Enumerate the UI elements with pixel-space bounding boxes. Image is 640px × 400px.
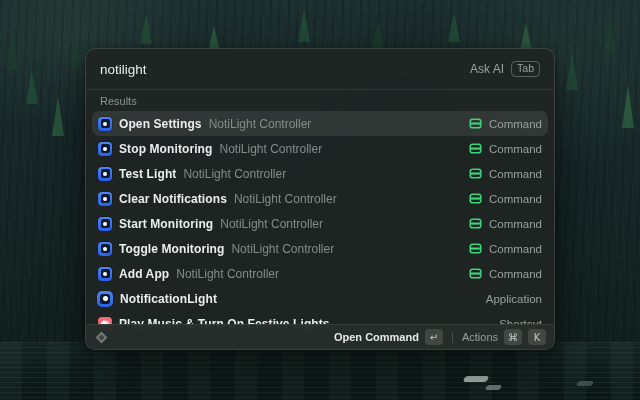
result-row-clear-notifications[interactable]: Clear Notifications NotiLight Controller… — [92, 186, 548, 211]
result-title: Open Settings — [119, 117, 202, 131]
result-subtitle: NotiLight Controller — [183, 167, 286, 181]
tree-silhouette — [6, 28, 18, 70]
tree-silhouette — [70, 40, 82, 68]
notificationlight-app-icon — [97, 291, 113, 307]
result-title: Clear Notifications — [119, 192, 227, 206]
result-row-start-monitoring[interactable]: Start Monitoring NotiLight Controller Co… — [92, 211, 548, 236]
result-title: NotificationLight — [120, 292, 217, 306]
notilight-extension-icon — [98, 142, 112, 156]
result-type-label: Command — [489, 268, 542, 280]
result-row-notificationlight-app[interactable]: NotificationLight Application — [92, 286, 548, 311]
notilight-extension-icon — [98, 267, 112, 281]
tree-silhouette — [622, 84, 634, 128]
result-type-label: Command — [489, 118, 542, 130]
result-title: Add App — [119, 267, 169, 281]
result-subtitle: NotiLight Controller — [234, 192, 337, 206]
search-input[interactable] — [100, 62, 470, 77]
ask-ai-label[interactable]: Ask AI — [470, 62, 504, 76]
notilight-extension-icon — [98, 242, 112, 256]
terminal-window-icon — [469, 117, 482, 130]
launcher-window: Ask AI Tab Results Open Settings NotiLig… — [85, 48, 555, 350]
terminal-window-icon — [469, 142, 482, 155]
result-type-label: Command — [489, 143, 542, 155]
tree-silhouette — [372, 22, 384, 48]
result-subtitle: NotiLight Controller — [176, 267, 279, 281]
notilight-extension-icon — [98, 167, 112, 181]
floating-log — [485, 385, 502, 390]
notilight-extension-icon — [98, 117, 112, 131]
footer-divider — [452, 332, 453, 343]
terminal-window-icon — [469, 167, 482, 180]
terminal-window-icon — [469, 267, 482, 280]
result-title: Stop Monitoring — [119, 142, 212, 156]
open-command-label: Open Command — [334, 331, 419, 343]
open-command-button[interactable]: Open Command ↵ — [334, 329, 443, 345]
floating-log — [576, 381, 594, 386]
result-subtitle: NotiLight Controller — [231, 242, 334, 256]
tree-silhouette — [52, 96, 64, 136]
search-bar: Ask AI Tab — [86, 49, 554, 90]
result-type-label: Command — [489, 243, 542, 255]
tab-key-badge[interactable]: Tab — [511, 61, 540, 78]
cmd-key-badge: ⌘ — [504, 329, 522, 345]
result-row-stop-monitoring[interactable]: Stop Monitoring NotiLight Controller Com… — [92, 136, 548, 161]
result-title: Start Monitoring — [119, 217, 213, 231]
terminal-window-icon — [469, 192, 482, 205]
result-subtitle: NotiLight Controller — [219, 142, 322, 156]
notilight-extension-icon — [98, 217, 112, 231]
result-subtitle: NotiLight Controller — [220, 217, 323, 231]
actions-button[interactable]: Actions ⌘ K — [462, 329, 546, 345]
results-list: Results Open Settings NotiLight Controll… — [86, 90, 554, 349]
action-bar: Open Command ↵ Actions ⌘ K — [86, 324, 554, 349]
raycast-diamond-icon — [94, 330, 109, 345]
result-row-add-app[interactable]: Add App NotiLight Controller Command — [92, 261, 548, 286]
result-title: Test Light — [119, 167, 176, 181]
tree-silhouette — [298, 8, 310, 42]
result-type-label: Command — [489, 193, 542, 205]
results-section-header: Results — [86, 90, 554, 111]
floating-log — [463, 376, 490, 382]
result-row-test-light[interactable]: Test Light NotiLight Controller Command — [92, 161, 548, 186]
result-type-label: Command — [489, 218, 542, 230]
result-row-toggle-monitoring[interactable]: Toggle Monitoring NotiLight Controller C… — [92, 236, 548, 261]
return-key-badge: ↵ — [425, 329, 443, 345]
result-subtitle: NotiLight Controller — [209, 117, 312, 131]
tree-silhouette — [520, 24, 532, 50]
actions-label: Actions — [462, 331, 498, 343]
terminal-window-icon — [469, 217, 482, 230]
tree-silhouette — [604, 20, 616, 52]
result-title: Toggle Monitoring — [119, 242, 224, 256]
result-type-label: Application — [486, 293, 542, 305]
tree-silhouette — [26, 70, 38, 104]
terminal-window-icon — [469, 242, 482, 255]
lake-water — [0, 342, 640, 400]
notilight-extension-icon — [98, 192, 112, 206]
tree-silhouette — [566, 52, 578, 90]
result-type-label: Command — [489, 168, 542, 180]
tree-silhouette — [448, 12, 460, 42]
tree-silhouette — [140, 14, 152, 44]
k-key-badge: K — [528, 329, 546, 345]
result-row-open-settings[interactable]: Open Settings NotiLight Controller Comma… — [92, 111, 548, 136]
